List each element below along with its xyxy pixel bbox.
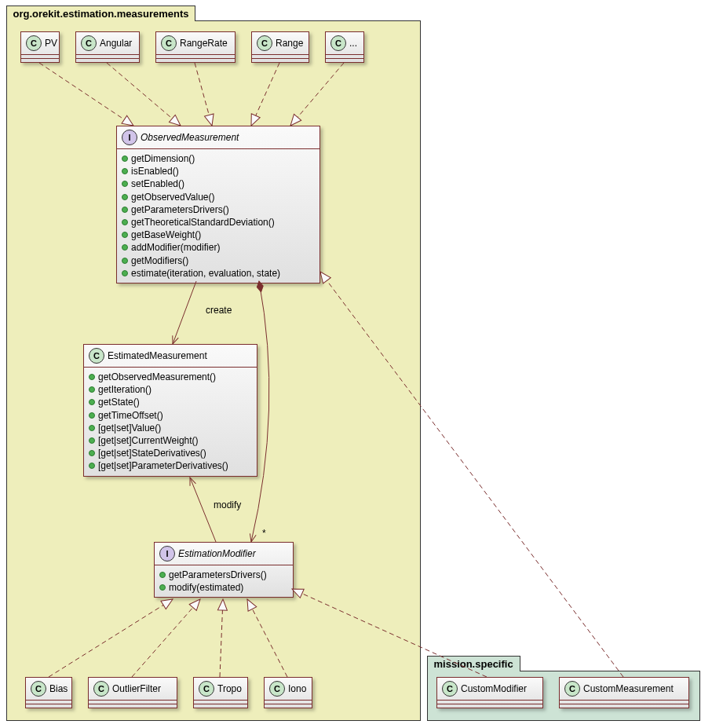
class-range: C Range (251, 31, 309, 63)
member: estimate(iteration, evaluation, state) (131, 267, 280, 280)
member: getParametersDrivers() (131, 203, 229, 216)
edge-star-label: * (262, 528, 266, 539)
class-custommeas: C CustomMeasurement (559, 677, 689, 708)
interface-modifier: I EstimationModifier getParametersDriver… (154, 542, 294, 598)
class-iono: C Iono (264, 677, 312, 708)
package-mission-tab: mission.specific (427, 656, 520, 671)
class-icon: C (199, 681, 214, 697)
class-dots-name: ... (349, 38, 357, 49)
class-dots: C ... (325, 31, 364, 63)
class-bias-name: Bias (49, 683, 68, 694)
member: getObservedMeasurement() (98, 371, 216, 383)
modifier-name: EstimationModifier (178, 548, 256, 559)
package-mission-label: mission.specific (434, 658, 513, 670)
member: getParametersDrivers() (169, 569, 267, 581)
class-outlier-name: OutlierFilter (112, 683, 161, 694)
class-angular-name: Angular (100, 38, 132, 49)
member: getBaseWeight() (131, 229, 201, 241)
member: modify(estimated) (169, 581, 243, 594)
member: [get|set]ParameterDerivatives() (98, 459, 228, 472)
class-pv-name: PV (45, 38, 57, 49)
class-range-name: Range (276, 38, 303, 49)
class-angular: C Angular (75, 31, 140, 63)
class-icon: C (31, 681, 46, 697)
member: [get|set]Value() (98, 422, 161, 434)
class-rangerate-name: RangeRate (180, 38, 228, 49)
member: getTheoreticalStandardDeviation() (131, 216, 275, 229)
member: isEnabled() (131, 165, 179, 177)
member: getModifiers() (131, 254, 188, 267)
class-tropo: C Tropo (193, 677, 248, 708)
class-custommod: C CustomModifier (436, 677, 543, 708)
member: addModifier(modifier) (131, 241, 220, 254)
class-pv: C PV (20, 31, 60, 63)
class-iono-name: Iono (288, 683, 306, 694)
member: getState() (98, 396, 140, 408)
edge-modify-label: modify (214, 499, 241, 510)
member: getTimeOffset() (98, 409, 163, 422)
class-icon: C (442, 681, 458, 697)
class-bias: C Bias (25, 677, 72, 708)
modifier-members: getParametersDrivers() modify(estimated) (155, 565, 293, 597)
class-icon: C (81, 35, 97, 51)
class-custommeas-name: CustomMeasurement (583, 683, 674, 694)
class-rangerate: C RangeRate (155, 31, 236, 63)
observed-members: getDimension() isEnabled() setEnabled() … (117, 149, 320, 283)
member: setEnabled() (131, 177, 184, 190)
edge-create-label: create (206, 305, 232, 316)
class-icon: C (93, 681, 109, 697)
member: [get|set]CurrentWeight() (98, 434, 199, 447)
class-icon: C (564, 681, 580, 697)
class-icon: C (257, 35, 272, 51)
class-icon: C (26, 35, 42, 51)
class-tropo-name: Tropo (217, 683, 242, 694)
package-orekit-tab: org.orekit.estimation.measurements (6, 5, 196, 21)
class-custommod-name: CustomModifier (461, 683, 527, 694)
estimated-name: EstimatedMeasurement (108, 350, 207, 361)
class-icon: C (269, 681, 285, 697)
member: getIteration() (98, 383, 152, 396)
member: [get|set]StateDerivatives() (98, 447, 206, 459)
interface-observed: I ObservedMeasurement getDimension() isE… (116, 126, 320, 284)
class-outlier: C OutlierFilter (88, 677, 177, 708)
estimated-members: getObservedMeasurement() getIteration() … (84, 368, 257, 476)
class-icon: C (89, 348, 104, 364)
member: getObservedValue() (131, 191, 215, 203)
class-icon: C (330, 35, 346, 51)
observed-name: ObservedMeasurement (141, 132, 239, 143)
interface-icon: I (122, 130, 137, 145)
class-icon: C (161, 35, 177, 51)
member: getDimension() (131, 152, 195, 165)
class-estimated: C EstimatedMeasurement getObservedMeasur… (83, 344, 257, 477)
package-orekit-label: org.orekit.estimation.measurements (13, 8, 189, 20)
interface-icon: I (159, 546, 175, 562)
